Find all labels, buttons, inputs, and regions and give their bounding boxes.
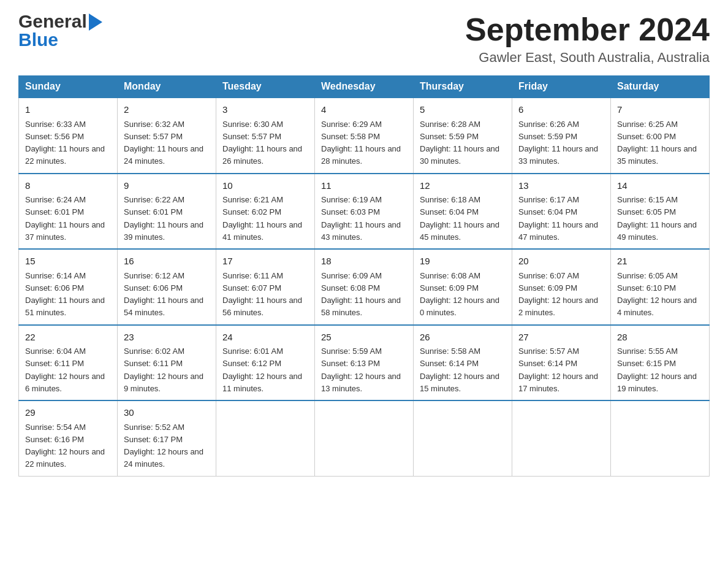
day-number: 23 [124, 331, 210, 345]
day-info: Sunrise: 6:29 AMSunset: 5:58 PMDaylight:… [321, 120, 401, 166]
day-info: Sunrise: 5:57 AMSunset: 6:14 PMDaylight:… [518, 347, 598, 393]
day-number: 13 [518, 179, 604, 193]
day-number: 3 [222, 103, 308, 117]
title-block: September 2024 Gawler East, South Austra… [465, 12, 710, 66]
weekday-header-monday: Monday [118, 76, 216, 98]
weekday-header-wednesday: Wednesday [315, 76, 414, 98]
calendar-cell: 23Sunrise: 6:02 AMSunset: 6:11 PMDayligh… [118, 325, 216, 401]
day-info: Sunrise: 6:12 AMSunset: 6:06 PMDaylight:… [124, 271, 203, 318]
day-number: 2 [124, 103, 210, 117]
day-number: 22 [25, 331, 111, 345]
day-info: Sunrise: 5:52 AMSunset: 6:17 PMDaylight:… [124, 423, 203, 469]
calendar-cell: 7Sunrise: 6:25 AMSunset: 6:00 PMDaylight… [611, 98, 710, 174]
day-number: 30 [124, 406, 210, 420]
logo-arrow-icon [89, 13, 102, 31]
day-number: 6 [518, 103, 604, 117]
day-number: 24 [222, 331, 308, 345]
calendar-cell: 30Sunrise: 5:52 AMSunset: 6:17 PMDayligh… [118, 400, 216, 476]
calendar-cell: 6Sunrise: 6:26 AMSunset: 5:59 PMDaylight… [512, 98, 611, 174]
calendar-cell: 12Sunrise: 6:18 AMSunset: 6:04 PMDayligh… [414, 174, 512, 250]
day-info: Sunrise: 6:17 AMSunset: 6:04 PMDaylight:… [518, 195, 598, 242]
day-info: Sunrise: 6:01 AMSunset: 6:12 PMDaylight:… [222, 347, 302, 393]
calendar-cell [414, 400, 512, 476]
week-row-2: 8Sunrise: 6:24 AMSunset: 6:01 PMDaylight… [19, 174, 710, 250]
page-header: General Blue September 2024 Gawler East,… [18, 12, 710, 66]
week-row-1: 1Sunrise: 6:33 AMSunset: 5:56 PMDaylight… [19, 98, 710, 174]
calendar-cell: 15Sunrise: 6:14 AMSunset: 6:06 PMDayligh… [19, 249, 118, 325]
day-number: 5 [420, 103, 506, 117]
calendar-cell [216, 400, 315, 476]
day-info: Sunrise: 6:28 AMSunset: 5:59 PMDaylight:… [420, 120, 499, 166]
calendar-cell [512, 400, 611, 476]
day-number: 19 [420, 255, 506, 269]
day-number: 11 [321, 179, 407, 193]
weekday-header-tuesday: Tuesday [216, 76, 315, 98]
day-number: 12 [420, 179, 506, 193]
day-number: 25 [321, 331, 407, 345]
day-number: 26 [420, 331, 506, 345]
day-info: Sunrise: 6:24 AMSunset: 6:01 PMDaylight:… [25, 195, 105, 242]
calendar-cell: 16Sunrise: 6:12 AMSunset: 6:06 PMDayligh… [118, 249, 216, 325]
day-number: 10 [222, 179, 308, 193]
day-info: Sunrise: 6:08 AMSunset: 6:09 PMDaylight:… [420, 271, 499, 318]
day-number: 18 [321, 255, 407, 269]
day-info: Sunrise: 5:54 AMSunset: 6:16 PMDaylight:… [25, 423, 105, 469]
calendar-cell: 19Sunrise: 6:08 AMSunset: 6:09 PMDayligh… [414, 249, 512, 325]
day-info: Sunrise: 6:15 AMSunset: 6:05 PMDaylight:… [617, 195, 697, 242]
logo: General Blue [18, 12, 102, 49]
weekday-header-saturday: Saturday [611, 76, 710, 98]
logo-general-text: General [18, 12, 87, 31]
svg-marker-0 [89, 13, 102, 31]
calendar-cell [611, 400, 710, 476]
calendar-cell: 21Sunrise: 6:05 AMSunset: 6:10 PMDayligh… [611, 249, 710, 325]
day-number: 7 [617, 103, 703, 117]
day-number: 17 [222, 255, 308, 269]
day-info: Sunrise: 6:02 AMSunset: 6:11 PMDaylight:… [124, 347, 203, 393]
day-info: Sunrise: 5:59 AMSunset: 6:13 PMDaylight:… [321, 347, 401, 393]
week-row-3: 15Sunrise: 6:14 AMSunset: 6:06 PMDayligh… [19, 249, 710, 325]
calendar-cell: 26Sunrise: 5:58 AMSunset: 6:14 PMDayligh… [414, 325, 512, 401]
day-number: 21 [617, 255, 703, 269]
week-row-4: 22Sunrise: 6:04 AMSunset: 6:11 PMDayligh… [19, 325, 710, 401]
day-info: Sunrise: 6:22 AMSunset: 6:01 PMDaylight:… [124, 195, 203, 242]
calendar-cell: 27Sunrise: 5:57 AMSunset: 6:14 PMDayligh… [512, 325, 611, 401]
day-info: Sunrise: 6:33 AMSunset: 5:56 PMDaylight:… [25, 120, 105, 166]
calendar-cell: 2Sunrise: 6:32 AMSunset: 5:57 PMDaylight… [118, 98, 216, 174]
week-row-5: 29Sunrise: 5:54 AMSunset: 6:16 PMDayligh… [19, 400, 710, 476]
day-info: Sunrise: 6:14 AMSunset: 6:06 PMDaylight:… [25, 271, 105, 318]
weekday-header-friday: Friday [512, 76, 611, 98]
day-info: Sunrise: 6:21 AMSunset: 6:02 PMDaylight:… [222, 195, 302, 242]
day-info: Sunrise: 6:11 AMSunset: 6:07 PMDaylight:… [222, 271, 302, 318]
day-info: Sunrise: 6:26 AMSunset: 5:59 PMDaylight:… [518, 120, 598, 166]
day-number: 9 [124, 179, 210, 193]
calendar-cell: 8Sunrise: 6:24 AMSunset: 6:01 PMDaylight… [19, 174, 118, 250]
day-info: Sunrise: 6:07 AMSunset: 6:09 PMDaylight:… [518, 271, 598, 318]
calendar-cell: 22Sunrise: 6:04 AMSunset: 6:11 PMDayligh… [19, 325, 118, 401]
calendar-cell: 25Sunrise: 5:59 AMSunset: 6:13 PMDayligh… [315, 325, 414, 401]
day-number: 27 [518, 331, 604, 345]
day-info: Sunrise: 6:32 AMSunset: 5:57 PMDaylight:… [124, 120, 203, 166]
day-number: 4 [321, 103, 407, 117]
location-subtitle: Gawler East, South Australia, Australia [465, 50, 710, 66]
day-info: Sunrise: 6:05 AMSunset: 6:10 PMDaylight:… [617, 271, 697, 318]
day-info: Sunrise: 6:18 AMSunset: 6:04 PMDaylight:… [420, 195, 499, 242]
calendar-cell: 13Sunrise: 6:17 AMSunset: 6:04 PMDayligh… [512, 174, 611, 250]
logo-blue-text: Blue [18, 29, 58, 50]
day-info: Sunrise: 5:55 AMSunset: 6:15 PMDaylight:… [617, 347, 697, 393]
day-number: 1 [25, 103, 111, 117]
calendar-cell: 24Sunrise: 6:01 AMSunset: 6:12 PMDayligh… [216, 325, 315, 401]
calendar-cell: 18Sunrise: 6:09 AMSunset: 6:08 PMDayligh… [315, 249, 414, 325]
calendar-cell: 5Sunrise: 6:28 AMSunset: 5:59 PMDaylight… [414, 98, 512, 174]
day-number: 28 [617, 331, 703, 345]
weekday-header-row: SundayMondayTuesdayWednesdayThursdayFrid… [19, 76, 710, 98]
weekday-header-thursday: Thursday [414, 76, 512, 98]
calendar-cell: 20Sunrise: 6:07 AMSunset: 6:09 PMDayligh… [512, 249, 611, 325]
day-number: 20 [518, 255, 604, 269]
calendar-cell [315, 400, 414, 476]
day-info: Sunrise: 6:19 AMSunset: 6:03 PMDaylight:… [321, 195, 401, 242]
month-title: September 2024 [465, 12, 710, 47]
calendar-table: SundayMondayTuesdayWednesdayThursdayFrid… [18, 75, 710, 477]
day-number: 8 [25, 179, 111, 193]
day-info: Sunrise: 5:58 AMSunset: 6:14 PMDaylight:… [420, 347, 499, 393]
calendar-cell: 10Sunrise: 6:21 AMSunset: 6:02 PMDayligh… [216, 174, 315, 250]
